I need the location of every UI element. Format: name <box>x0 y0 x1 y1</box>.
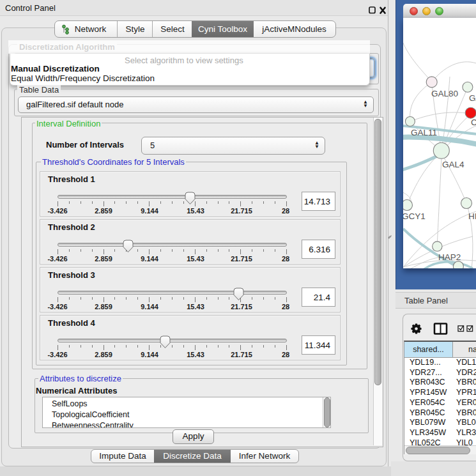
svg-text:C: C <box>471 118 476 127</box>
svg-text:GAL11: GAL11 <box>411 128 437 137</box>
svg-text:GAL80: GAL80 <box>431 89 458 98</box>
svg-text:GCY1: GCY1 <box>403 211 426 221</box>
svg-text:GA: GA <box>469 93 476 103</box>
svg-text:GAL4: GAL4 <box>442 160 464 169</box>
svg-text:HI: HI <box>468 211 476 221</box>
svg-text:HAP2: HAP2 <box>438 252 461 262</box>
